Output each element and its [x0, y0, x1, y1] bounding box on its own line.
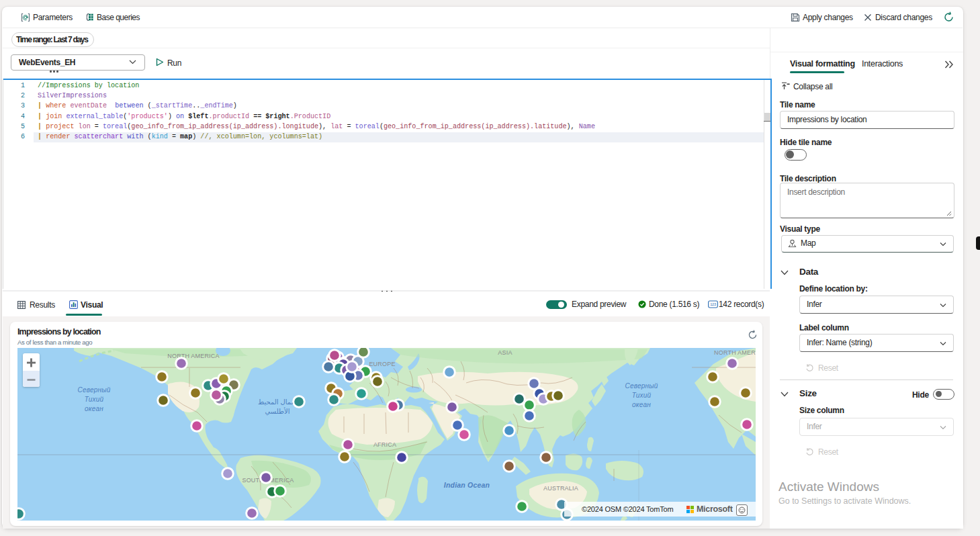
- svg-text:123: 123: [710, 302, 716, 306]
- svg-text:Тихий: Тихий: [632, 392, 652, 399]
- svg-text:Тихий: Тихий: [85, 396, 104, 403]
- svg-text:الأطلسي: الأطلسي: [265, 407, 289, 416]
- svg-text:Северный: Северный: [625, 382, 658, 390]
- svg-text:Indian Ocean: Indian Ocean: [444, 481, 490, 489]
- svg-text:NORTH AMERICA: NORTH AMERICA: [167, 353, 219, 359]
- svg-text:Северный: Северный: [78, 386, 111, 394]
- svg-text:NORTH AMER: NORTH AMER: [714, 349, 756, 356]
- svg-text:شمال المحيط: شمال المحيط: [258, 398, 297, 406]
- svg-text:океан: океан: [632, 401, 651, 408]
- svg-text:AUSTRALIA: AUSTRALIA: [543, 485, 578, 492]
- svg-text:AFRICA: AFRICA: [373, 441, 396, 448]
- svg-text:ASIA: ASIA: [498, 349, 512, 356]
- svg-text:EUROPE: EUROPE: [369, 361, 395, 367]
- svg-text:океан: океан: [85, 405, 103, 412]
